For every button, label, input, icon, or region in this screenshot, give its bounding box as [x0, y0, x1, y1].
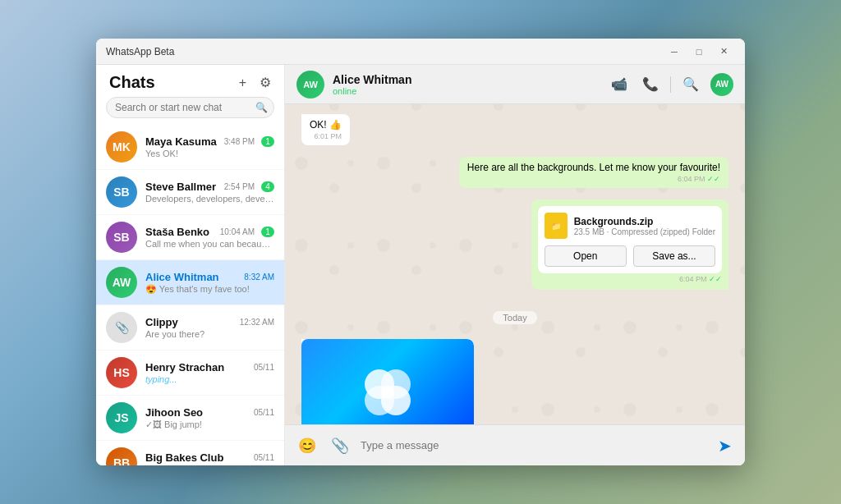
svg-point-4: [381, 386, 394, 399]
emoji-button[interactable]: 😊: [295, 433, 319, 458]
message-row: 📁 Backgrounds.zip 23.5 MB · Compressed (…: [301, 199, 728, 296]
chat-preview: Call me when you can because...: [145, 239, 274, 249]
message-row: Here are all the backgrounds. Let me kno…: [301, 157, 728, 195]
message-bubble: Here are all the backgrounds. Let me kno…: [459, 157, 728, 188]
avatar: 📎: [106, 312, 137, 343]
sidebar-header-actions: + ⚙: [236, 73, 274, 92]
window-controls: ─ □ ✕: [663, 44, 735, 60]
chat-list-item[interactable]: JSJihoon Seo05/11✓🖼 Big jump!: [96, 396, 284, 441]
chat-preview: Rebecca: Yum! Is it a cheesecake?: [145, 465, 274, 465]
contact-name: Alice Whitman: [333, 73, 608, 86]
sidebar-title: Chats: [109, 73, 155, 92]
video-call-button[interactable]: 📹: [608, 73, 631, 95]
file-name: Backgrounds.zip: [574, 216, 715, 227]
avatar: JS: [106, 402, 137, 433]
file-icon: 📁: [545, 213, 568, 239]
chat-header: AW Alice Whitman online 📹 📞 🔍 AW: [285, 65, 745, 104]
chat-name: Jihoon Seo: [145, 406, 203, 419]
chat-time: 05/11: [254, 408, 274, 417]
chat-time: 8:32 AM: [244, 273, 274, 282]
chat-preview: 😍 Yes that's my fave too!: [145, 284, 274, 295]
app-title: WhatsApp Beta: [106, 46, 663, 57]
titlebar: WhatsApp Beta ─ □ ✕: [96, 39, 745, 65]
search-bar: 🔍: [106, 97, 274, 118]
avatar: MK: [106, 131, 137, 163]
chat-name: Steve Ballmer: [145, 181, 216, 193]
chat-list-item[interactable]: SBSteve Ballmer2:54 PM4Developers, devel…: [96, 170, 284, 215]
chat-header-info: Alice Whitman online: [333, 73, 608, 96]
chat-list: MKMaya Kasuma3:48 PM1Yes OK!SBSteve Ball…: [96, 125, 284, 465]
chat-list-item[interactable]: AWAlice Whitman8:32 AM😍 Yes that's my fa…: [96, 260, 284, 305]
chat-preview: Are you there?: [145, 329, 274, 339]
chat-name: Henry Strachan: [145, 361, 224, 373]
message-text: Here are all the backgrounds. Let me kno…: [467, 162, 720, 173]
chat-name: Clippy: [145, 316, 178, 328]
app-body: Chats + ⚙ 🔍 MKMaya Kasuma3:48 PM1Yes OK!…: [96, 65, 745, 465]
close-button[interactable]: ✕: [712, 44, 735, 60]
chat-header-actions: 📹 📞 🔍 AW: [608, 73, 733, 96]
avatar: SB: [106, 222, 137, 253]
message-input[interactable]: [361, 439, 706, 451]
unread-badge: 4: [261, 181, 274, 192]
chat-list-item[interactable]: 📎Clippy12:32 AMAre you there?: [96, 305, 284, 351]
avatar: HS: [106, 357, 137, 388]
chat-preview: ✓🖼 Big jump!: [145, 419, 274, 430]
message-bubble: OK! 👍 6:01 PM: [301, 114, 350, 145]
message-time: 6:01 PM: [310, 132, 342, 140]
chat-preview: Yes OK!: [145, 149, 274, 158]
contact-avatar: AW: [296, 71, 324, 99]
contact-status: online: [333, 86, 608, 96]
search-icon: 🔍: [255, 102, 268, 113]
chat-preview: Developers, developers, develo...: [145, 194, 274, 204]
chat-list-item[interactable]: BBBig Bakes Club05/11Rebecca: Yum! Is it…: [96, 441, 284, 465]
file-message-bubble: 📁 Backgrounds.zip 23.5 MB · Compressed (…: [531, 199, 728, 290]
search-chat-button[interactable]: 🔍: [679, 73, 702, 95]
message-row: OK! 👍 6:01 PM: [301, 114, 728, 152]
sidebar: Chats + ⚙ 🔍 MKMaya Kasuma3:48 PM1Yes OK!…: [96, 65, 285, 465]
file-actions: Open Save as...: [545, 245, 715, 267]
attach-button[interactable]: 📎: [328, 433, 352, 458]
message-time: 6:04 PM ✓✓: [538, 275, 722, 283]
file-size: 23.5 MB · Compressed (zipped) Folder: [574, 227, 715, 236]
chat-time: 2:54 PM: [224, 182, 255, 191]
send-button[interactable]: ➤: [715, 433, 735, 459]
message-text: OK! 👍: [310, 119, 342, 131]
file-info: Backgrounds.zip 23.5 MB · Compressed (zi…: [574, 216, 715, 236]
chat-messages: OK! 👍 6:01 PM Here are all the backgroun…: [285, 104, 745, 424]
chat-time: 12:32 AM: [240, 318, 274, 327]
chat-preview: typing...: [145, 374, 274, 384]
win11-logo-icon: [359, 364, 416, 421]
chat-list-item[interactable]: MKMaya Kasuma3:48 PM1Yes OK!: [96, 125, 284, 170]
save-file-button[interactable]: Save as...: [633, 245, 715, 267]
avatar: SB: [106, 176, 137, 208]
chat-list-item[interactable]: HSHenry Strachan05/11typing...: [96, 351, 284, 396]
date-divider-row: Today: [301, 303, 728, 332]
header-divider: [670, 76, 671, 93]
date-divider: Today: [493, 311, 536, 324]
image-placeholder: [301, 339, 474, 424]
chat-area: AW Alice Whitman online 📹 📞 🔍 AW: [285, 65, 745, 465]
check-icon: ✓✓: [707, 175, 720, 183]
open-file-button[interactable]: Open: [545, 245, 627, 267]
settings-button[interactable]: ⚙: [256, 73, 274, 92]
chat-time: 05/11: [254, 363, 274, 372]
sidebar-header: Chats + ⚙: [96, 65, 284, 97]
image-message-bubble: This is beautiful! 8:15 AM: [301, 339, 474, 424]
chat-name: Big Bakes Club: [145, 451, 223, 464]
chat-name: Staša Benko: [145, 226, 209, 238]
chat-name: Alice Whitman: [145, 271, 219, 283]
avatar: AW: [106, 267, 137, 298]
header-avatar: AW: [710, 73, 733, 96]
chat-time: 05/11: [254, 453, 274, 462]
chat-time: 3:48 PM: [224, 137, 255, 146]
file-header: 📁 Backgrounds.zip 23.5 MB · Compressed (…: [545, 213, 715, 239]
voice-call-button[interactable]: 📞: [639, 73, 662, 95]
search-input[interactable]: [106, 97, 274, 118]
minimize-button[interactable]: ─: [663, 44, 686, 60]
message-row: This is beautiful! 8:15 AM: [301, 339, 728, 424]
chat-list-item[interactable]: SBStaša Benko10:04 AM1Call me when you c…: [96, 215, 284, 260]
file-bubble: 📁 Backgrounds.zip 23.5 MB · Compressed (…: [538, 206, 722, 273]
unread-badge: 1: [261, 136, 274, 147]
maximize-button[interactable]: □: [687, 44, 710, 60]
new-chat-button[interactable]: +: [236, 74, 250, 92]
